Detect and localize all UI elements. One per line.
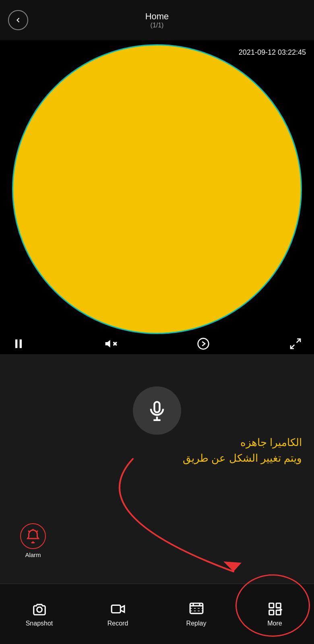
snapshot-icon [32, 601, 47, 617]
svg-marker-2 [105, 340, 110, 348]
more-label: More [267, 620, 282, 627]
annotation-line2: ويتم تغيير الشكل عن طريق [183, 450, 302, 466]
alarm-label: Alarm [25, 551, 41, 558]
camera-controls-bar [0, 337, 314, 350]
nav-record[interactable]: Record [78, 601, 157, 627]
svg-line-7 [291, 345, 294, 349]
pause-button[interactable] [12, 337, 25, 350]
more-icon [267, 601, 283, 617]
header: Home (1/1) [0, 0, 314, 40]
middle-section [0, 354, 314, 588]
svg-line-6 [297, 339, 300, 343]
camera-fisheye [12, 44, 302, 334]
svg-rect-0 [15, 339, 17, 348]
alarm-button[interactable]: Alarm [20, 523, 46, 558]
nav-replay[interactable]: Replay [157, 601, 236, 627]
annotation-line1: الكاميرا جاهزه [183, 435, 302, 450]
nav-snapshot[interactable]: Snapshot [0, 601, 78, 627]
microphone-button[interactable] [133, 386, 181, 435]
svg-rect-25 [276, 603, 281, 607]
svg-point-16 [37, 607, 42, 612]
camera-timestamp: 2021-09-12 03:22:45 [239, 48, 306, 57]
svg-line-14 [28, 531, 29, 532]
record-label: Record [107, 620, 128, 627]
alarm-icon-circle [20, 523, 46, 549]
back-button[interactable] [8, 10, 28, 30]
annotation-text: الكاميرا جاهزه ويتم تغيير الشكل عن طريق [183, 435, 302, 466]
fullscreen-button[interactable] [289, 337, 302, 350]
mute-button[interactable] [104, 337, 117, 350]
record-icon [110, 601, 126, 617]
svg-rect-27 [276, 610, 281, 615]
snapshot-label: Snapshot [26, 620, 53, 627]
replay-label: Replay [186, 620, 207, 627]
next-button[interactable] [197, 337, 210, 350]
bottom-nav: Snapshot Record Replay [0, 584, 314, 644]
svg-line-15 [37, 531, 38, 532]
svg-rect-24 [269, 603, 273, 607]
svg-rect-8 [155, 402, 160, 412]
page-title: Home [145, 11, 169, 22]
page-subtitle: (1/1) [151, 22, 164, 29]
alarm-icon [26, 529, 40, 543]
camera-view: 2021-09-12 03:22:45 [0, 40, 314, 354]
svg-rect-17 [112, 605, 120, 613]
svg-point-5 [198, 339, 209, 349]
replay-icon [189, 601, 204, 617]
svg-rect-1 [20, 339, 22, 348]
svg-rect-26 [269, 610, 273, 615]
nav-more[interactable]: More [236, 601, 314, 627]
